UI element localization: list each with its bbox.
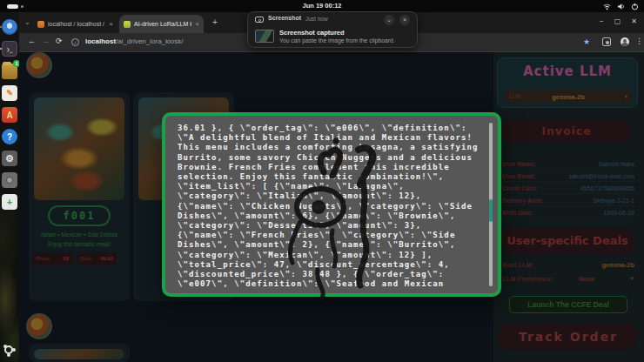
modal-line: {\"name\": \"Chicken Nuggets\", \"catego… (178, 202, 484, 211)
extensions-icon[interactable]: + (2, 194, 17, 210)
modal-line: \"category\": \"Italian\", \"amount\": 1… (178, 191, 484, 201)
extension-dot (606, 41, 609, 44)
question-glyph: ? (7, 132, 12, 142)
modal-line: Dishes\", \"amount\": 2}, {\"name\": \"B… (178, 240, 484, 250)
pencil-glyph: ✎ (6, 89, 13, 97)
back-icon[interactable]: ← (28, 37, 36, 45)
ubuntu-dot (12, 348, 16, 352)
reload-icon[interactable]: ⟳ (56, 37, 63, 45)
url-host: localhost (85, 37, 116, 45)
modal-line: selection. Enjoy this fantastic combinat… (178, 172, 484, 182)
modal-line: Dishes\", \"amount\": 6}, {\"name\": \"B… (178, 211, 484, 221)
notification-app-name: Screenshot (268, 15, 301, 21)
llm-output-text: 36.01 }, { \"order_tag\": \"e006\", \"de… (178, 124, 484, 288)
system-top-bar: Jun 19 00:12 (0, 0, 644, 12)
notification-close-icon[interactable]: × (399, 15, 410, 25)
screenshot-thumbnail (255, 30, 274, 43)
modal-line: \"item_list\": [ {\"name\": \"Lasagna\", (178, 182, 484, 191)
modal-line: \"e007\", \"definition\": \"Seafood and … (178, 279, 484, 288)
url-path: /ai_driven_lora_kiosk/ (116, 37, 183, 45)
screenshot-notification[interactable]: Screenshot Just now ⌄ × Screenshot captu… (247, 11, 418, 48)
modal-line: \"total_price\": 47, \"discount_percenta… (178, 260, 484, 270)
ubuntu-dot (7, 353, 10, 357)
files-icon[interactable]: 1 (2, 64, 17, 79)
system-status-icons[interactable] (603, 3, 639, 10)
folder-tab (3, 62, 11, 65)
tab-title: AI-driven LoRa/LLM Kio (134, 21, 191, 27)
notification-time: Just now (305, 16, 328, 22)
llm-output-modal[interactable]: 36.01 }, { \"order_tag\": \"e006\", \"de… (162, 112, 501, 297)
notification-body: You can paste the image from the clipboa… (279, 37, 395, 44)
profile-avatar[interactable] (621, 37, 629, 46)
terminal-prompt-glyph: ❯_ (6, 46, 12, 52)
forward-icon[interactable]: → (42, 37, 50, 45)
clock[interactable]: Jun 19 00:12 (0, 0, 644, 12)
volume-icon (617, 3, 625, 10)
browser-window: ⌄ localhost / localhost / a × AI-driven … (19, 12, 644, 362)
modal-line: {\"name\": \"French Fries\", \"category\… (178, 231, 484, 240)
kiosk-page: f001 Italian • Mexican • Side Dishes Enj… (19, 52, 644, 362)
minimize-icon[interactable]: − (600, 17, 604, 25)
tab-search-chevron-icon[interactable]: ⌄ (24, 18, 30, 26)
camera-lens (258, 19, 261, 22)
address-bar[interactable]: localhost/ai_driven_lora_kiosk/ (85, 37, 184, 45)
modal-scrollbar[interactable] (489, 123, 493, 286)
close-window-icon[interactable]: ✕ (631, 17, 637, 25)
desktop-wallpaper-strip: ❯_ 1 ✎ A ? ⚙ + (0, 12, 19, 362)
tab-close-icon[interactable]: × (109, 20, 113, 28)
camera-icon (255, 17, 264, 23)
wifi-icon (603, 3, 611, 10)
ubuntu-logo-icon[interactable] (3, 344, 17, 358)
ubuntu-dot (3, 345, 7, 348)
bookmark-star-icon[interactable]: ★ (583, 37, 590, 46)
modal-line: \"discounted_price\": 38.48 }, { \"order… (178, 270, 484, 279)
terminal-icon[interactable]: ❯_ (2, 41, 17, 57)
lens-shape (6, 177, 13, 184)
modal-line: 36.01 }, { \"order_tag\": \"e006\", \"de… (178, 124, 484, 133)
settings-icon[interactable]: ⚙ (2, 151, 17, 166)
plus-glyph: + (7, 197, 12, 207)
letter-a-glyph: A (6, 111, 12, 120)
tab1-favicon-icon (37, 21, 44, 28)
software-app-icon[interactable]: A (2, 107, 17, 123)
tab-localhost[interactable]: localhost / localhost / a × (33, 15, 117, 33)
tab2-favicon-icon (124, 21, 131, 28)
notification-expand-icon[interactable]: ⌄ (384, 15, 394, 25)
modal-line: \"A delightful blend of Italian and Mexi… (178, 133, 484, 143)
help-icon[interactable]: ? (2, 129, 17, 144)
chromium-icon[interactable] (2, 19, 17, 35)
power-icon (631, 3, 639, 10)
screenshot-tool-icon[interactable] (2, 172, 17, 188)
gear-glyph: ⚙ (5, 153, 14, 164)
modal-line: Burrito, some savory Chicken Nuggets and… (178, 153, 484, 163)
avatar-head (623, 39, 627, 43)
tab-kiosk-active[interactable]: AI-driven LoRa/LLM Kio × (119, 15, 204, 33)
extension-icon[interactable] (602, 37, 611, 46)
scrollbar-thumb[interactable] (489, 199, 493, 222)
site-info-icon[interactable]: i (71, 38, 79, 46)
modal-line: Brownie. French Fries complement this in… (178, 163, 484, 172)
avatar-body (621, 43, 628, 46)
tab-title: localhost / localhost / a (48, 21, 105, 27)
modal-line: This menu includes a comforting Lasagna,… (178, 143, 484, 152)
notification-title: Screenshot captured (279, 29, 345, 37)
maximize-icon[interactable]: ▢ (614, 17, 621, 25)
modal-line: \"category\": \"Desserts\", \"amount\": … (178, 221, 484, 231)
modal-line: \"category\": \"Mexican\", \"amount\": 1… (178, 251, 484, 260)
tab-close-icon[interactable]: × (195, 20, 199, 28)
window-controls: − ▢ ✕ (600, 17, 637, 25)
browser-menu-icon[interactable]: ⋮ (635, 37, 643, 45)
new-tab-button[interactable]: + (212, 17, 218, 27)
text-editor-icon[interactable]: ✎ (2, 85, 17, 101)
